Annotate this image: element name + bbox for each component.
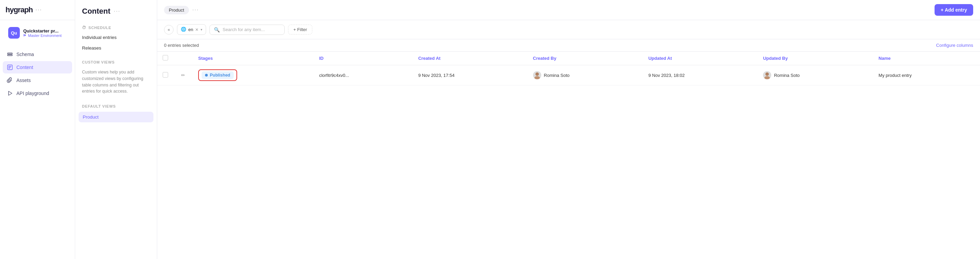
filter-label: + Filter — [293, 27, 307, 32]
sidebar: hygraph ··· Qu Quickstarter pr... Master… — [0, 0, 75, 259]
api-playground-label: API playground — [16, 91, 49, 96]
default-view-product[interactable]: Product — [79, 112, 153, 122]
published-label: Published — [210, 73, 230, 78]
layers-icon — [7, 51, 13, 57]
assets-label: Assets — [16, 78, 31, 83]
sidebar-item-api-playground[interactable]: API playground — [3, 87, 72, 99]
content-label: Content — [16, 65, 33, 70]
svg-marker-6 — [8, 91, 12, 95]
updated-by-avatar — [763, 71, 771, 79]
releases-link[interactable]: Releases — [75, 43, 157, 53]
content-main: Product ··· + Add entry « 🌐 en ✕ ▾ — [157, 0, 980, 259]
entries-count: 0 entries selected — [164, 43, 199, 48]
col-created-at: Created At — [413, 52, 528, 65]
default-views-section-label: DEFAULT VIEWS — [75, 102, 157, 110]
row-checkbox-cell — [157, 65, 173, 86]
svg-point-10 — [765, 72, 769, 76]
search-box[interactable]: 🔍 Search for any item... — [210, 25, 285, 35]
filter-bar: « 🌐 en ✕ ▾ 🔍 Search for any item... + Fi… — [157, 20, 980, 39]
locale-selector[interactable]: 🌐 en ✕ ▾ — [177, 24, 206, 35]
avatar: Qu — [8, 27, 20, 39]
locale-value: en — [188, 27, 193, 32]
col-updated-at: Updated At — [643, 52, 757, 65]
col-action — [173, 52, 193, 65]
created-by-avatar — [533, 71, 541, 79]
svg-rect-1 — [8, 55, 12, 56]
edit-icon — [7, 64, 13, 70]
select-all-checkbox[interactable] — [163, 55, 168, 60]
entries-area: 0 entries selected Configure columns Sta… — [157, 39, 980, 259]
page-title: Content — [82, 7, 110, 16]
logo-container: hygraph ··· — [0, 5, 75, 20]
logo-text: hygraph — [5, 5, 33, 14]
translate-icon: 🌐 — [181, 26, 186, 33]
svg-text:🌐: 🌐 — [181, 26, 186, 32]
created-by-name: Romina Soto — [544, 73, 570, 78]
workspace-env: Master Environment — [23, 33, 62, 38]
top-bar-left: Product ··· — [164, 6, 199, 14]
content-top-bar: Product ··· + Add entry — [157, 0, 980, 20]
col-created-by: Created By — [528, 52, 643, 65]
custom-views-description: Custom views help you add customized vie… — [75, 66, 157, 97]
play-icon — [7, 90, 13, 96]
col-stages: Stages — [193, 52, 314, 65]
sidebar-item-assets[interactable]: Assets — [3, 74, 72, 86]
col-updated-by: Updated By — [757, 52, 873, 65]
locale-chevron-icon[interactable]: ▾ — [200, 28, 202, 32]
schema-label: Schema — [16, 52, 34, 57]
custom-views-section-label: CUSTOM VIEWS — [75, 57, 157, 66]
title-more-icon[interactable]: ··· — [114, 8, 120, 14]
created-by-user: Romina Soto — [533, 71, 638, 79]
tab-more-dots[interactable]: ··· — [192, 7, 199, 13]
filter-button[interactable]: + Filter — [288, 25, 312, 35]
updated-by-name: Romina Soto — [774, 73, 800, 78]
svg-point-11 — [764, 76, 770, 79]
content-table: Stages ID Created At Created By Updated … — [157, 52, 980, 86]
search-placeholder: Search for any item... — [223, 27, 265, 32]
row-stages-cell: Published — [193, 65, 314, 86]
col-id: ID — [314, 52, 413, 65]
content-sidebar: Content ··· ⏱ SCHEDULE Individual entrie… — [75, 0, 157, 259]
individual-entries-link[interactable]: Individual entries — [75, 32, 157, 43]
published-dot-icon — [205, 74, 208, 76]
nav-items: Schema Content Assets API playground — [0, 48, 75, 99]
row-updated-by-cell: Romina Soto — [757, 65, 873, 86]
search-icon: 🔍 — [214, 27, 220, 32]
row-edit-button[interactable]: ✏ — [179, 72, 187, 79]
schedule-section-label: ⏱ SCHEDULE — [75, 22, 157, 32]
row-action-cell: ✏ — [173, 65, 193, 86]
row-id-cell: clorfitr9c4xv0... — [314, 65, 413, 86]
published-badge: Published — [202, 72, 234, 79]
collapse-button[interactable]: « — [164, 25, 173, 35]
workspace-card[interactable]: Qu Quickstarter pr... Master Environment — [3, 23, 72, 43]
row-checkbox[interactable] — [163, 72, 168, 78]
col-name: Name — [873, 52, 980, 65]
svg-rect-0 — [8, 53, 12, 54]
stages-cell-highlighted: Published — [198, 69, 237, 81]
sidebar-item-schema[interactable]: Schema — [3, 48, 72, 60]
sidebar-item-content[interactable]: Content — [3, 61, 72, 73]
product-tab[interactable]: Product — [164, 6, 189, 14]
collapse-icon: « — [168, 27, 170, 32]
svg-point-9 — [535, 76, 540, 79]
locale-remove-icon[interactable]: ✕ — [195, 27, 199, 32]
col-checkbox — [157, 52, 173, 65]
clock-icon: ⏱ — [82, 25, 86, 30]
workspace-name: Quickstarter pr... — [23, 29, 62, 33]
row-created-by-cell: Romina Soto — [528, 65, 643, 86]
product-tab-label: Product — [169, 8, 184, 13]
svg-point-8 — [535, 72, 539, 76]
logo-dots: ··· — [35, 7, 42, 13]
row-updated-at-cell: 9 Nov 2023, 18:02 — [643, 65, 757, 86]
branch-icon — [23, 34, 27, 37]
updated-by-user: Romina Soto — [763, 71, 867, 79]
add-entry-button[interactable]: + Add entry — [935, 4, 973, 16]
content-title-area: Content ··· — [75, 7, 157, 22]
paperclip-icon — [7, 77, 13, 83]
content-layout: Content ··· ⏱ SCHEDULE Individual entrie… — [75, 0, 980, 259]
configure-columns-button[interactable]: Configure columns — [936, 43, 973, 48]
workspace-info: Quickstarter pr... Master Environment — [23, 29, 62, 38]
row-name-cell: My product entry — [873, 65, 980, 86]
table-row: ✏ Published clorfitr9c4xv0... 9 Nov — [157, 65, 980, 86]
row-created-at-cell: 9 Nov 2023, 17:54 — [413, 65, 528, 86]
